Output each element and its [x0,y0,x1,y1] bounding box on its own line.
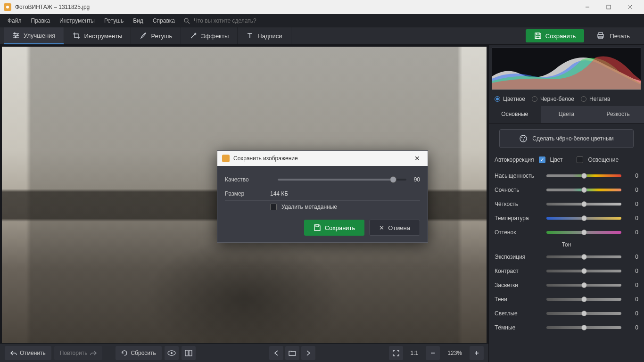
menubar: Файл Правка Инструменты Ретушь Вид Справ… [0,14,644,27]
slider-highlights[interactable]: Засветки0 [495,278,638,292]
tab-text[interactable]: Надписи [238,27,291,44]
menu-edit[interactable]: Правка [26,16,55,26]
dialog-app-icon [222,155,230,162]
zoom-ratio-button[interactable]: 1:1 [406,350,423,356]
window-titlebar: ФотоВИНТАЖ – 1311825.jpg [0,0,644,14]
menu-file[interactable]: Файл [3,16,26,26]
svg-point-30 [523,140,524,140]
fit-screen-button[interactable] [389,346,403,360]
palette-icon [519,134,528,143]
colorize-button[interactable]: Сделать чёрно-белое цветным [499,129,634,148]
window-minimize-button[interactable] [577,0,598,14]
svg-point-28 [521,137,522,138]
slider-shadows[interactable]: Тени0 [495,292,638,306]
svg-point-21 [171,352,173,354]
mode-bw[interactable]: Черно-белое [532,96,574,102]
search-icon [183,17,190,24]
dialog-save-button[interactable]: Сохранить [304,220,365,236]
dialog-cancel-label: Отмена [388,224,410,231]
quality-slider[interactable] [278,179,406,181]
window-maximize-button[interactable] [598,0,619,14]
undo-button[interactable]: Отменить [5,346,51,360]
svg-rect-14 [537,33,539,35]
crop-icon [73,32,80,40]
save-image-dialog: Сохранить изображение ✕ Качество 90 Разм… [217,150,428,243]
slider-temperature[interactable]: Температура0 [495,211,638,225]
dialog-cancel-button[interactable]: ✕ Отмена [369,220,420,236]
slider-whites[interactable]: Светлые0 [495,306,638,321]
close-icon: ✕ [379,224,384,231]
slider-tint[interactable]: Оттенок0 [495,225,638,239]
reset-icon [121,350,128,356]
proptab-colors[interactable]: Цвета [541,106,593,123]
svg-rect-23 [189,350,192,356]
window-title: ФотоВИНТАЖ – 1311825.jpg [15,4,577,10]
slider-exposure[interactable]: Экспозиция0 [495,250,638,264]
properties-panel: Цветное Черно-белое Негатив Основные Цве… [488,45,644,362]
property-tabs: Основные Цвета Резкость [489,106,644,123]
window-close-button[interactable] [619,0,640,14]
next-image-button[interactable] [301,346,315,360]
command-search-input[interactable] [190,16,303,26]
save-button[interactable]: Сохранить [526,29,585,42]
tab-retouch[interactable]: Ретушь [131,27,181,44]
menu-view[interactable]: Вид [128,16,148,26]
print-button-label: Печать [610,33,630,40]
print-button[interactable]: Печать [588,29,638,42]
svg-point-29 [524,137,525,138]
slider-blacks[interactable]: Тёмные0 [495,321,638,335]
tab-tools[interactable]: Инструменты [64,27,131,44]
proptab-basic[interactable]: Основные [489,106,541,123]
tab-effects-label: Эффекты [201,33,229,40]
undo-icon [10,350,17,356]
tab-enhance[interactable]: Улучшения [4,27,64,44]
printer-icon [596,32,605,40]
autocorrection-row: Автокоррекция Цвет Освещение [489,154,644,168]
svg-rect-17 [599,33,603,34]
dialog-close-button[interactable]: ✕ [412,155,423,162]
tab-enhance-label: Улучшения [24,32,55,39]
svg-point-12 [15,37,17,38]
reset-button[interactable]: Сбросить [116,346,161,360]
menu-retouch[interactable]: Ретушь [99,16,128,26]
delete-metadata-checkbox[interactable] [270,204,277,210]
menu-help[interactable]: Справка [148,16,180,26]
slider-contrast[interactable]: Контраст0 [495,264,638,278]
dialog-save-label: Сохранить [325,224,355,231]
color-mode-row: Цветное Черно-белое Негатив [489,92,644,106]
open-folder-button[interactable] [285,346,299,360]
delete-metadata-label: Удалить метаданные [281,204,337,210]
menu-tools[interactable]: Инструменты [55,16,99,26]
mode-negative[interactable]: Негатив [581,96,610,102]
zoom-in-button[interactable] [470,346,484,360]
tab-retouch-label: Ретушь [151,33,172,40]
radio-icon [495,96,500,102]
tab-text-label: Надписи [257,33,282,40]
autocorr-color-label: Цвет [550,156,563,163]
redo-icon [90,350,97,356]
quality-label: Качество [225,176,270,183]
wand-icon [190,32,197,40]
slider-vibrance[interactable]: Сочность0 [495,183,638,197]
text-icon [246,32,254,40]
proptab-sharp[interactable]: Резкость [592,106,644,123]
main-toolbar: Улучшения Инструменты Ретушь Эффекты Над… [0,27,644,45]
tab-effects[interactable]: Эффекты [181,27,238,44]
compare-button[interactable] [182,346,196,360]
redo-button[interactable]: Повторить [54,346,103,360]
slider-clarity[interactable]: Чёткость0 [495,197,638,211]
radio-icon [581,96,586,102]
undo-label: Отменить [20,350,46,356]
svg-rect-19 [316,225,319,227]
svg-rect-22 [185,350,188,356]
autocorr-color-checkbox[interactable] [539,156,545,163]
zoom-out-button[interactable] [426,346,440,360]
svg-rect-15 [536,36,540,39]
slider-saturation[interactable]: Насыщенность0 [495,169,638,183]
app-icon [4,3,11,11]
autocorr-light-checkbox[interactable] [577,156,583,163]
preview-toggle-button[interactable] [165,346,179,360]
size-label: Размер [225,190,270,197]
mode-color[interactable]: Цветное [495,96,525,102]
prev-image-button[interactable] [269,346,283,360]
